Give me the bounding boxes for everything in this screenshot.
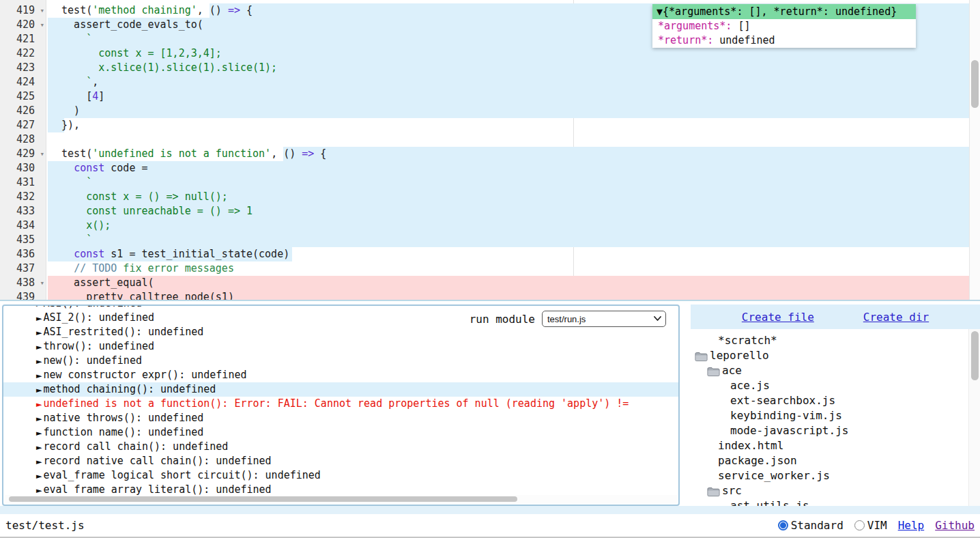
gutter-line-number: 436 (0, 247, 46, 261)
code-line-425[interactable]: [4] (46, 89, 969, 104)
code-line-429[interactable]: test('undefined is not a function', () =… (46, 147, 969, 161)
github-link[interactable]: Github (935, 519, 975, 532)
tree-file-ext-searchbox-js[interactable]: ext-searchbox.js (691, 393, 968, 408)
tree-file-package-json[interactable]: package.json (691, 453, 968, 468)
fold-toggle-icon[interactable]: ▾ (40, 147, 44, 161)
test-result-item[interactable]: ►record call chain(): undefined (3, 440, 678, 454)
code-line-436[interactable]: const s1 = test_initial_state(code) (46, 247, 969, 261)
code-line-text: test('undefined is not a function', () =… (46, 147, 969, 161)
test-result-item[interactable]: ►ASI_restrited(): undefined (3, 325, 678, 339)
tooltip-header[interactable]: ▼{*arguments*: [], *return*: undefined} (652, 4, 916, 19)
code-line-435[interactable]: ` (46, 233, 969, 247)
code-line-text: const x = [1,2,3,4]; (46, 46, 969, 61)
test-result-list: ►ASI(): undefined►ASI_2(): undefined►ASI… (3, 305, 678, 497)
expand-triangle-icon[interactable]: ► (36, 443, 42, 452)
test-result-item[interactable]: ►record native call chain(): undefined (3, 454, 678, 468)
gutter-line-number: 438▾ (0, 276, 46, 290)
tree-item-label: ast_utils.js (730, 498, 809, 506)
code-line-430[interactable]: const code = (46, 161, 969, 175)
tree-file--scratch-[interactable]: *scratch* (691, 333, 968, 348)
fold-toggle-icon[interactable]: ▾ (40, 3, 44, 18)
expand-triangle-icon[interactable]: ► (36, 314, 42, 323)
code-line-428[interactable] (46, 132, 969, 147)
code-line-438[interactable]: assert_equal( (46, 276, 969, 290)
code-editor[interactable]: 419▾420▾421422423424425426427428429▾4304… (0, 0, 980, 301)
tree-folder-src[interactable]: src (691, 483, 968, 498)
vim-label: VIM (867, 519, 887, 532)
expand-triangle-icon[interactable]: ► (36, 371, 42, 380)
tree-file-ace-js[interactable]: ace.js (691, 378, 968, 393)
expand-triangle-icon[interactable]: ► (36, 305, 42, 309)
gutter-line-number: 427 (0, 118, 46, 132)
help-link[interactable]: Help (898, 519, 925, 532)
folder-icon (707, 366, 720, 376)
code-line-433[interactable]: const unreachable = () => 1 (46, 204, 969, 218)
code-line-427[interactable]: }), (46, 118, 969, 132)
tooltip-rows: *arguments*: []*return*: undefined (652, 19, 916, 48)
fold-toggle-icon[interactable]: ▾ (40, 276, 44, 290)
value-inspector-tooltip[interactable]: ▼{*arguments*: [], *return*: undefined} … (652, 4, 916, 48)
test-result-item[interactable]: ►new(): undefined (3, 354, 678, 368)
code-line-432[interactable]: const x = () => null(); (46, 190, 969, 204)
keybinding-vim-option[interactable]: VIM (854, 519, 887, 532)
tree-item-label: mode-javascript.js (730, 423, 848, 438)
editor-vertical-scrollbar[interactable] (969, 0, 980, 300)
radio-selected-icon[interactable] (778, 520, 788, 530)
gutter-line-number: 423 (0, 61, 46, 75)
expand-triangle-icon[interactable]: ► (36, 386, 42, 395)
run-module-select[interactable]: test/run.js (542, 311, 666, 327)
expand-triangle-icon[interactable]: ► (36, 343, 42, 352)
expand-triangle-icon[interactable]: ► (36, 486, 42, 495)
tooltip-entry[interactable]: *arguments*: [] (652, 19, 916, 33)
tree-file-mode-javascript-js[interactable]: mode-javascript.js (691, 423, 968, 438)
tree-file-index-html[interactable]: index.html (691, 438, 968, 453)
tree-item-label: src (722, 483, 742, 498)
expand-triangle-icon[interactable]: ► (36, 357, 42, 366)
test-result-item[interactable]: ►eval_frame logical short circuit(): und… (3, 468, 678, 483)
code-line-431[interactable]: ` (46, 175, 969, 190)
tree-folder-leporello[interactable]: leporello (691, 348, 968, 363)
tree-file-ast-utils-js[interactable]: ast_utils.js (691, 498, 968, 506)
tooltip-entry[interactable]: *return*: undefined (652, 33, 916, 48)
test-result-item[interactable]: ►undefined is not a function(): Error: F… (3, 397, 678, 411)
test-result-item[interactable]: ►throw(): undefined (3, 339, 678, 354)
test-result-item[interactable]: ►method chaining(): undefined (3, 382, 678, 397)
fold-toggle-icon[interactable]: ▾ (40, 18, 44, 32)
test-result-item[interactable]: ►new constructor expr(): undefined (3, 368, 678, 382)
gutter-line-number: 437 (0, 261, 46, 276)
gutter-line-number: 426 (0, 104, 46, 118)
expand-triangle-icon[interactable]: ► (36, 429, 42, 438)
tree-scrollbar-thumb[interactable] (971, 331, 979, 380)
code-line-439[interactable]: pretty_calltree_node(s1) (46, 290, 969, 300)
tree-file-keybinding-vim-js[interactable]: keybinding-vim.js (691, 408, 968, 423)
expand-triangle-icon[interactable]: ► (36, 472, 42, 481)
create-file-link[interactable]: Create file (742, 311, 814, 324)
tree-folder-ace[interactable]: ace (691, 363, 968, 378)
expand-triangle-icon[interactable]: ► (36, 400, 42, 409)
code-line-423[interactable]: x.slice(1).slice(1).slice(1); (46, 61, 969, 75)
keybinding-standard-option[interactable]: Standard (778, 519, 844, 532)
code-line-426[interactable]: ) (46, 104, 969, 118)
expand-triangle-icon[interactable]: ► (36, 457, 42, 466)
expand-triangle-icon[interactable]: ► (36, 414, 42, 423)
bottom-gap-strip (0, 506, 980, 514)
output-scrollbar-thumb[interactable] (9, 496, 517, 502)
editor-scrollbar-thumb[interactable] (971, 60, 979, 108)
code-line-424[interactable]: `, (46, 75, 969, 89)
test-result-item[interactable]: ►ASI(): undefined (3, 305, 678, 311)
test-result-item[interactable]: ►native throws(): undefined (3, 411, 678, 425)
test-result-item[interactable]: ►function name(): undefined (3, 425, 678, 440)
code-line-437[interactable]: // TODO fix error messages (46, 261, 969, 276)
code-line-text: const s1 = test_initial_state(code) (46, 247, 969, 261)
code-line-434[interactable]: x(); (46, 218, 969, 233)
output-horizontal-scrollbar[interactable] (5, 495, 677, 503)
tree-vertical-scrollbar[interactable] (968, 329, 980, 506)
leporello-app: 419▾420▾421422423424425426427428429▾4304… (0, 0, 980, 538)
tree-file-service-worker-js[interactable]: service_worker.js (691, 468, 968, 483)
radio-unselected-icon[interactable] (854, 520, 865, 530)
code-line-422[interactable]: const x = [1,2,3,4]; (46, 46, 969, 61)
create-dir-link[interactable]: Create dir (863, 311, 929, 324)
expand-triangle-icon[interactable]: ► (36, 328, 42, 337)
file-browser-header: Create file Create dir (691, 305, 980, 329)
gutter-line-number: 424 (0, 75, 46, 89)
